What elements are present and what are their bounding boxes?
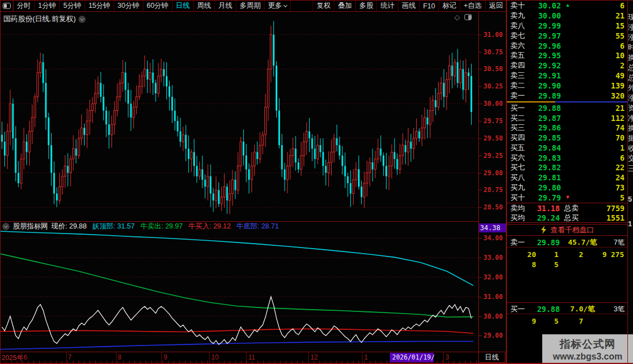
period-label-box[interactable]: 日线 — [478, 352, 505, 363]
axis-tick-mark — [479, 86, 482, 87]
bid-price: 29.87 — [534, 114, 565, 123]
timeline-selected-date: 2026/01/19/一 — [390, 353, 434, 362]
toolbar-item-更多[interactable]: 更多 — [264, 1, 291, 11]
panel-toggle-icon[interactable] — [464, 14, 472, 20]
toolbar-item-周线[interactable]: 周线 — [194, 1, 215, 11]
bid-row[interactable]: 买十29.79▼5 — [507, 193, 627, 203]
main-candlestick-chart[interactable]: 国药股份(日线.前复权) ◇ — [0, 12, 478, 221]
toolbar-item-叠加[interactable]: 叠加 — [334, 1, 356, 11]
indicator-tick-label: 29.00 — [483, 332, 503, 339]
ask-row[interactable]: 卖三29.9149 — [507, 71, 627, 81]
ask-volume: 6 — [572, 1, 625, 10]
toolbar-item-日线[interactable]: 日线 — [173, 1, 194, 11]
bid-price: 29.83 — [534, 153, 565, 162]
bid-volume: 5 — [572, 193, 625, 202]
bid-row[interactable]: 买六29.836 — [507, 153, 627, 163]
toolbar-item-月线[interactable]: 月线 — [215, 1, 236, 11]
ask-label: 卖四 — [510, 60, 534, 71]
bid-row[interactable]: 买三29.8674 — [507, 123, 627, 133]
ask-row[interactable]: 卖七29.9755 — [507, 31, 627, 41]
axis-tick-mark — [479, 35, 482, 35]
bid-label: 买二 — [510, 113, 534, 123]
axis-tick-mark — [479, 121, 482, 122]
ask-volume: 15 — [572, 21, 625, 30]
indicator-field: 现价: 29.88 — [52, 222, 87, 231]
summary-value2: 1551 — [587, 213, 625, 222]
timeline: 2025年 6789101112132026/01/19/一 — [0, 352, 478, 363]
bid-row[interactable]: 买一29.8821 — [507, 103, 627, 113]
clipped-char: 交 — [628, 153, 633, 164]
indicator-chart[interactable] — [0, 231, 478, 352]
bid-row[interactable]: 买八29.8124 — [507, 172, 627, 183]
toolbar-item-+自选[interactable]: +自选 — [460, 1, 486, 11]
lightning-icon — [541, 226, 547, 234]
bid-volume: 22 — [572, 163, 625, 172]
toolbar-item-画线[interactable]: 画线 — [398, 1, 420, 11]
timeline-tick — [21, 352, 22, 363]
ask-row[interactable]: 卖五29.9510 — [507, 51, 627, 61]
indicator-tick-label: 31.00 — [483, 293, 503, 301]
bid-price: 29.88 — [534, 104, 565, 113]
summary-label2: 总卖 — [564, 203, 587, 213]
bid-label: 买八 — [510, 172, 534, 183]
diamond-icon[interactable]: ◇ — [454, 13, 460, 21]
bid-row[interactable]: 买二29.87112 — [507, 113, 627, 123]
lot-size: 2 — [558, 250, 583, 259]
down-arrow-icon: ▼ — [565, 195, 572, 200]
indicator-axis: 34.38 34.0033.0032.0031.0030.0029.00 — [478, 221, 505, 352]
summary-value: 29.24 — [533, 213, 564, 222]
clipped-char: 涨 — [628, 22, 633, 32]
chevron-down-icon — [283, 3, 287, 7]
toolbar-item-复权[interactable]: 复权 — [313, 1, 334, 11]
ask-row[interactable]: 卖四29.922 — [507, 60, 627, 71]
bid-ask-ratio-bar — [507, 101, 627, 102]
timeline-tick — [66, 352, 67, 363]
toolbar-item-5分钟[interactable]: 5分钟 — [60, 1, 85, 11]
toolbar-item-60分钟[interactable]: 60分钟 — [143, 1, 173, 11]
price-tick-label: 30.00 — [483, 100, 503, 108]
summary-value: 31.18 — [533, 204, 564, 213]
axis-tick-mark — [479, 52, 482, 53]
ask-row[interactable]: 卖一29.89320 — [507, 91, 627, 101]
price-tick-label: 30.50 — [483, 65, 503, 73]
toolbar-item-多周期[interactable]: 多周期 — [236, 1, 265, 11]
bid-row[interactable]: 买九29.8073 — [507, 183, 627, 193]
toolbar-item-30分钟[interactable]: 30分钟 — [114, 1, 143, 11]
bid-row[interactable]: 买四29.8570 — [507, 133, 627, 143]
ask-price: 29.91 — [534, 71, 565, 80]
toolbar-item-F10[interactable]: F10 — [420, 1, 439, 11]
ask-row[interactable]: 卖八29.9915 — [507, 21, 627, 31]
toolbar-item-统计[interactable]: 统计 — [377, 1, 398, 11]
toolbar-item-15分钟[interactable]: 15分钟 — [85, 1, 114, 11]
title-chevron-icon[interactable] — [78, 16, 86, 23]
ask-volume: 21 — [572, 11, 625, 20]
toolbar-item-返回[interactable]: 返回 — [486, 1, 507, 11]
clipped-char: 涨 — [628, 93, 633, 103]
window-layout-icon[interactable] — [0, 1, 13, 11]
indicator-chevron-icon[interactable] — [2, 223, 10, 230]
view-thousand-level-link[interactable]: 查看千档盘口 — [507, 224, 627, 236]
ask-row[interactable]: 卖九30.0021 — [507, 11, 627, 21]
ask-label: 卖五 — [510, 50, 534, 60]
ask-volume: 6 — [572, 41, 625, 50]
sell-queue-header: 卖一 29.89 45.7/笔 7笔 — [507, 238, 627, 248]
clipped-char: 涨 — [628, 32, 633, 43]
ask-row[interactable]: 卖二29.90139 — [507, 81, 627, 91]
toolbar-item-多股[interactable]: 多股 — [356, 1, 377, 11]
bid-row[interactable]: 买七29.8222 — [507, 163, 627, 173]
ask-row[interactable]: 卖十30.02▲6 — [507, 1, 627, 11]
buy-queue-lots: 957 — [507, 317, 627, 325]
lot-size: 5 — [536, 260, 558, 269]
ask-label: 卖十 — [510, 1, 534, 11]
bid-volume: 112 — [572, 114, 625, 123]
bid-volume: 74 — [572, 123, 625, 132]
toolbar-item-标记[interactable]: 标记 — [439, 1, 460, 11]
bid-volume: 24 — [572, 173, 625, 182]
main-price-axis: 31.0030.7530.5030.2530.0029.7529.5029.25… — [478, 12, 505, 221]
ask-row[interactable]: 卖六29.966 — [507, 41, 627, 51]
toolbar-item-分时[interactable]: 分时 — [13, 1, 35, 11]
toolbar-item-1分钟[interactable]: 1分钟 — [35, 1, 60, 11]
toolbar: 分时1分钟5分钟15分钟30分钟60分钟日线周线月线多周期更多 复权叠加多股统计… — [0, 0, 507, 12]
bid-row[interactable]: 买五29.841 — [507, 143, 627, 153]
lot-size: 8 — [510, 260, 536, 269]
